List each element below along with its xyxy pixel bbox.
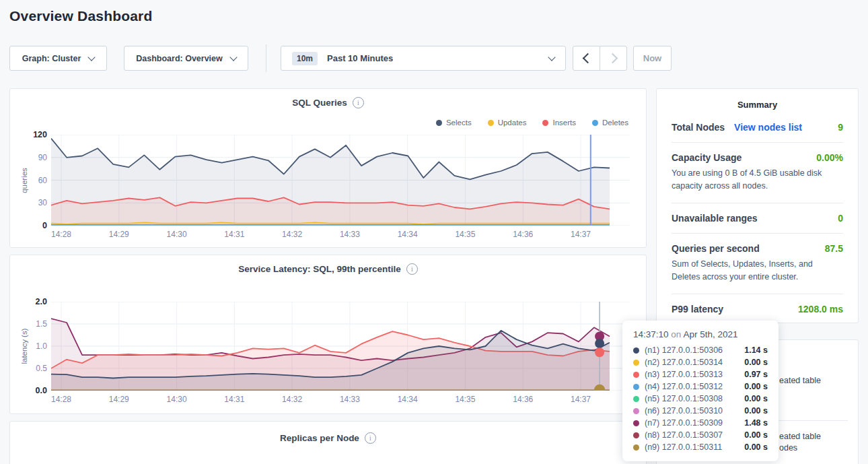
- legend-label: Selects: [446, 119, 472, 127]
- legend-item-updates[interactable]: Updates: [488, 119, 527, 127]
- chevron-down-icon: [88, 53, 96, 61]
- x-tick-label: 14:33: [340, 395, 360, 404]
- x-tick-label: 14:36: [513, 230, 533, 239]
- y-tick-label: 2.0: [17, 297, 47, 306]
- now-button[interactable]: Now: [633, 46, 672, 71]
- summary-row-capacity: Capacity Usage 0.00%: [657, 143, 858, 163]
- series-dot-icon: [436, 120, 442, 126]
- tooltip-node-value: 0.97 s: [744, 370, 768, 379]
- tooltip-node-value: 0.00 s: [744, 358, 768, 367]
- x-tick-label: 14:29: [109, 230, 129, 239]
- x-tick-label: 14:31: [224, 230, 244, 239]
- info-icon[interactable]: i: [406, 263, 418, 275]
- time-next-button[interactable]: [600, 46, 627, 71]
- x-tick-label: 14:37: [571, 230, 591, 239]
- capacity-usage-desc: You are using 0 B of 4.5 GiB usable disk…: [657, 163, 858, 193]
- tooltip-node-label: (n8) 127.0.0.1:50307: [645, 430, 723, 440]
- tooltip-node-label: (n1) 127.0.0.1:50306: [645, 345, 723, 355]
- chart-plot-area[interactable]: [51, 302, 630, 391]
- series-dot-icon: [633, 372, 639, 378]
- summary-title: Summary: [657, 89, 858, 112]
- tooltip-sep: on: [671, 329, 681, 339]
- summary-panel: Summary Total Nodes View nodes list 9 Ca…: [656, 88, 859, 323]
- tooltip-node-value: 0.00 s: [744, 430, 768, 440]
- series-dot-icon: [633, 408, 639, 414]
- y-tick-label: 30: [17, 198, 47, 207]
- tooltip-row: (n5) 127.0.0.1:503080.00 s: [633, 393, 768, 405]
- chevron-down-icon: [548, 53, 555, 61]
- x-tick-label: 14:32: [282, 230, 302, 239]
- y-tick-label: 0: [17, 221, 47, 230]
- info-icon[interactable]: i: [365, 432, 376, 444]
- dashboard-dropdown[interactable]: Dashboard: Overview: [124, 46, 248, 71]
- tooltip-node-label: (n5) 127.0.0.1:50308: [645, 394, 723, 403]
- tooltip-node-value: 0.00 s: [744, 382, 768, 391]
- qps-label: Queries per second: [672, 243, 760, 254]
- tooltip-date: Apr 5th, 2021: [683, 329, 737, 339]
- y-tick-label: 1.5: [17, 319, 47, 329]
- replicas-chart-panel: Replicas per Node i: [9, 421, 647, 464]
- x-tick-label: 14:29: [109, 395, 129, 404]
- graph-dropdown-label: Graph: Cluster: [22, 54, 81, 63]
- series-dot-icon: [633, 360, 639, 366]
- tooltip-time: 14:37:10: [633, 329, 669, 339]
- tooltip-node-label: (n3) 127.0.0.1:50313: [645, 370, 723, 379]
- service-latency-chart-title: Service Latency: SQL, 99th percentile: [238, 264, 401, 274]
- summary-row-total-nodes: Total Nodes View nodes list 9: [657, 112, 858, 133]
- x-tick-label: 14:28: [51, 395, 71, 404]
- chevron-left-icon: [582, 53, 593, 64]
- summary-row-unavailable-ranges: Unavailable ranges 0: [657, 203, 858, 224]
- tooltip-row: (n8) 127.0.0.1:503070.00 s: [633, 429, 768, 441]
- tooltip-node-value: 0.00 s: [744, 406, 768, 416]
- time-range-badge: 10m: [292, 52, 318, 65]
- series-dot-icon: [633, 444, 639, 451]
- capacity-usage-value: 0.00%: [816, 152, 843, 163]
- tooltip-node-value: 1.14 s: [744, 345, 768, 355]
- y-tick-label: 0.5: [17, 364, 47, 373]
- toolbar-divider: [266, 44, 266, 72]
- x-tick-label: 14:31: [224, 395, 244, 404]
- qps-value: 87.5: [825, 243, 843, 254]
- view-nodes-list-link[interactable]: View nodes list: [734, 122, 802, 133]
- page-title: Overview Dashboard: [9, 8, 153, 24]
- x-tick-label: 14:34: [398, 395, 418, 404]
- time-range-label: Past 10 Minutes: [327, 53, 393, 63]
- series-dot-icon: [488, 120, 494, 126]
- tooltip-node-label: (n4) 127.0.0.1:50312: [645, 382, 723, 391]
- chevron-right-icon: [607, 53, 618, 64]
- tooltip-timestamp: 14:37:10 on Apr 5th, 2021: [633, 329, 768, 339]
- chart-plot-area[interactable]: [51, 135, 630, 226]
- y-axis-label: queries: [20, 168, 28, 193]
- tooltip-node-value: 1.48 s: [744, 418, 768, 428]
- series-dot-icon: [542, 120, 548, 126]
- legend-item-selects[interactable]: Selects: [436, 119, 472, 127]
- legend-item-deletes[interactable]: Deletes: [592, 119, 628, 127]
- tooltip-row: (n2) 127.0.0.1:503140.00 s: [633, 356, 768, 368]
- time-range-selector[interactable]: 10m Past 10 Minutes: [281, 46, 566, 71]
- graph-dropdown[interactable]: Graph: Cluster: [9, 46, 107, 71]
- tooltip-row: (n9) 127.0.0.1:503110.00 s: [633, 441, 768, 453]
- tooltip-node-label: (n2) 127.0.0.1:50314: [645, 358, 723, 367]
- y-axis-label: latency (s): [20, 328, 28, 364]
- total-nodes-value: 9: [838, 122, 843, 133]
- event-text-fragment: eated table: [779, 432, 821, 441]
- tooltip-node-label: (n7) 127.0.0.1:50309: [645, 418, 723, 428]
- x-tick-label: 14:36: [513, 395, 533, 404]
- series-dot-icon: [633, 396, 639, 402]
- sql-queries-chart-panel: SQL Queries i 030609012014:2814:2914:301…: [9, 88, 647, 248]
- x-tick-label: 14:34: [398, 230, 418, 239]
- qps-desc: Sum of Selects, Updates, Inserts, and De…: [657, 254, 858, 284]
- tooltip-row: (n4) 127.0.0.1:503120.00 s: [633, 380, 768, 393]
- legend-item-inserts[interactable]: Inserts: [542, 119, 576, 127]
- dashboard-dropdown-label: Dashboard: Overview: [136, 54, 223, 63]
- y-tick-label: 90: [17, 153, 47, 162]
- series-dot-icon: [592, 120, 598, 126]
- time-prev-button[interactable]: [573, 46, 600, 71]
- unavailable-ranges-label: Unavailable ranges: [672, 213, 758, 224]
- x-tick-label: 14:35: [455, 230, 475, 239]
- tooltip-row: (n3) 127.0.0.1:503130.97 s: [633, 368, 768, 380]
- tooltip-node-value: 0.00 s: [744, 442, 768, 452]
- tooltip-row: (n6) 127.0.0.1:503100.00 s: [633, 405, 768, 417]
- y-tick-label: 120: [17, 130, 47, 139]
- info-icon[interactable]: i: [353, 97, 364, 108]
